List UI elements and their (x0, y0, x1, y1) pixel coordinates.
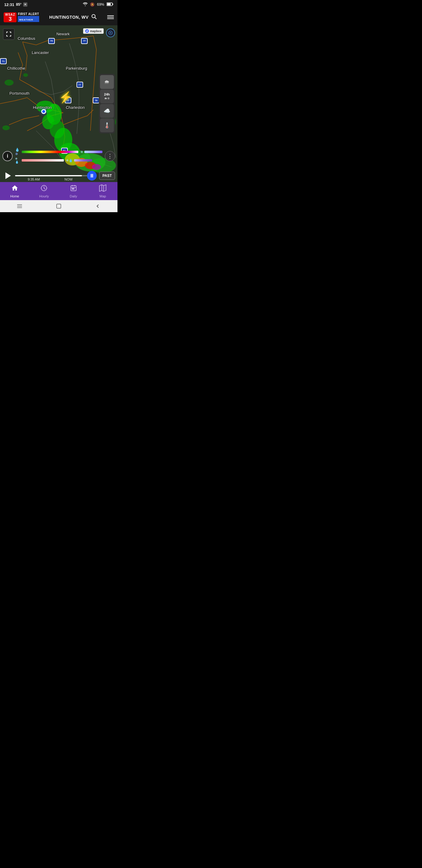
nav-hourly[interactable]: Hourly (30, 183, 59, 199)
nav-map[interactable]: Map (88, 183, 118, 199)
timeline-start-time: 9:35 AM (28, 178, 40, 181)
radar-cloud-button[interactable]: ☁️ (100, 104, 114, 118)
radar-24h-button[interactable]: 24h 🌧❄ (100, 90, 114, 103)
info-button[interactable]: i (2, 151, 13, 161)
thumb-bar-1 (91, 174, 91, 178)
shield-i71: 71 (0, 58, 7, 64)
precip-gradient-bar (22, 159, 64, 161)
svg-marker-36 (99, 185, 106, 191)
timeline-progress (15, 175, 82, 176)
current-location-dot (41, 109, 46, 114)
alarm-icon: 🔕 (90, 2, 95, 7)
svg-rect-34 (72, 188, 73, 189)
first-alert-label: FIRST ALERT (18, 12, 39, 16)
location-text: HUNTINGTON, WV (50, 15, 89, 20)
lightning-bolt-icon: ⚡ (59, 91, 72, 104)
timeline-bar: 9:35 AM NOW PAST (2, 170, 115, 181)
ice-gradient-bar (74, 159, 92, 161)
hourly-nav-icon (40, 184, 47, 193)
rain-gradient-bar (22, 151, 78, 153)
rain-icon: 💧❄ (15, 148, 21, 156)
shield-i77-1: 77 (81, 38, 88, 44)
station-number: 3 (9, 16, 12, 22)
station-call-letters: WSAZ (5, 13, 15, 16)
svg-point-3 (92, 14, 95, 18)
hourly-nav-label: Hourly (39, 194, 49, 198)
past-button[interactable]: PAST (99, 172, 115, 180)
svg-rect-1 (107, 3, 111, 5)
mapbox-logo: mapbox (83, 28, 104, 34)
play-button[interactable] (2, 170, 13, 181)
cloud-radar-icon: ☁️ (104, 107, 110, 114)
back-button[interactable] (90, 202, 105, 211)
bottom-navigation: Home Hourly Daily (0, 182, 118, 200)
time-display: 12:31 (4, 2, 14, 7)
options-icon: ⋮ (107, 153, 112, 159)
timeline-track-container[interactable]: 9:35 AM NOW (15, 175, 97, 176)
menu-line-3 (107, 19, 114, 19)
map-nav-label: Map (100, 194, 106, 198)
temp-radar-icon: 🌡️ (104, 122, 110, 129)
temp-display: 85° (16, 2, 21, 7)
home-nav-label: Home (10, 194, 19, 198)
home-nav-icon (11, 184, 19, 193)
mapbox-label: mapbox (90, 30, 101, 33)
map-container[interactable]: mapbox Newark Columbus Lancaster Chillic… (0, 25, 118, 182)
timeline-thumb[interactable] (87, 171, 97, 181)
menu-line-2 (107, 17, 114, 18)
legend-scales: 💧❄ ❄ ❄💧 ❄💧 (15, 148, 102, 164)
app-logo: WSAZ 3 FIRST ALERT WEATHER (4, 12, 39, 22)
wifi-icon (83, 2, 88, 7)
shield-i77-2: 77 (76, 82, 83, 88)
svg-rect-35 (73, 188, 74, 189)
brand-name: FIRST ALERT WEATHER (18, 12, 39, 22)
status-right: 🔕 69% (83, 2, 113, 7)
svg-line-4 (95, 18, 96, 19)
recent-apps-button[interactable] (12, 202, 27, 211)
rain-radar-icon: 🌧 (104, 79, 110, 85)
shield-i79: 79 (93, 97, 99, 103)
svg-rect-2 (112, 3, 113, 5)
nav-daily[interactable]: Daily (59, 183, 88, 199)
map-nav-icon (99, 184, 106, 193)
timeline-track[interactable] (15, 175, 97, 176)
shield-i70: 70 (48, 38, 55, 44)
locate-button[interactable] (106, 28, 115, 37)
map-expand-button[interactable] (3, 28, 14, 40)
radar-temp-button[interactable]: 🌡️ (100, 119, 114, 132)
location-display: HUNTINGTON, WV (50, 13, 97, 21)
24h-icons: 🌧❄ (104, 97, 110, 100)
daily-nav-icon (70, 184, 77, 193)
weather-bar: WEATHER (18, 16, 39, 22)
battery-display: 69% (97, 2, 104, 7)
thumb-bar-2 (92, 174, 92, 178)
snow-rain-icon: ❄💧 (15, 157, 21, 164)
weather-label: WEATHER (19, 19, 33, 21)
battery-icon (107, 2, 113, 7)
search-button[interactable] (91, 13, 97, 21)
options-button[interactable]: ⋮ (105, 151, 115, 161)
legend-bar: i 💧❄ ❄ ❄💧 ❄💧 ⋮ (2, 148, 115, 164)
legend-rain-row: 💧❄ ❄ (15, 148, 102, 156)
radar-rain-button[interactable]: 🌧 (100, 75, 114, 89)
precip-legend-icon: ❄💧 (66, 158, 73, 162)
system-navigation-bar (0, 200, 118, 212)
home-button[interactable] (51, 202, 66, 211)
menu-line-1 (107, 16, 114, 16)
timeline-now-label: NOW (64, 178, 73, 181)
thumb-bar-3 (93, 174, 93, 178)
24h-label: 24h (104, 93, 110, 96)
radar-layer-panel: 🌧 24h 🌧❄ ☁️ 🌡️ (99, 74, 115, 133)
menu-button[interactable] (107, 16, 114, 19)
station-logo-box: WSAZ 3 (4, 12, 17, 22)
daily-nav-label: Daily (70, 194, 77, 198)
nav-home[interactable]: Home (0, 183, 30, 199)
play-triangle-icon (5, 173, 11, 179)
mixed-gradient-bar (84, 151, 102, 153)
app-header: WSAZ 3 FIRST ALERT WEATHER HUNTINGTON, W… (0, 9, 118, 25)
status-bar: 12:31 85° ✕ 🔕 69% (0, 0, 118, 9)
notification-icon[interactable]: ✕ (23, 2, 27, 7)
info-icon: i (7, 153, 8, 159)
snow-legend-icon: ❄ (80, 150, 83, 154)
svg-rect-42 (57, 204, 61, 208)
